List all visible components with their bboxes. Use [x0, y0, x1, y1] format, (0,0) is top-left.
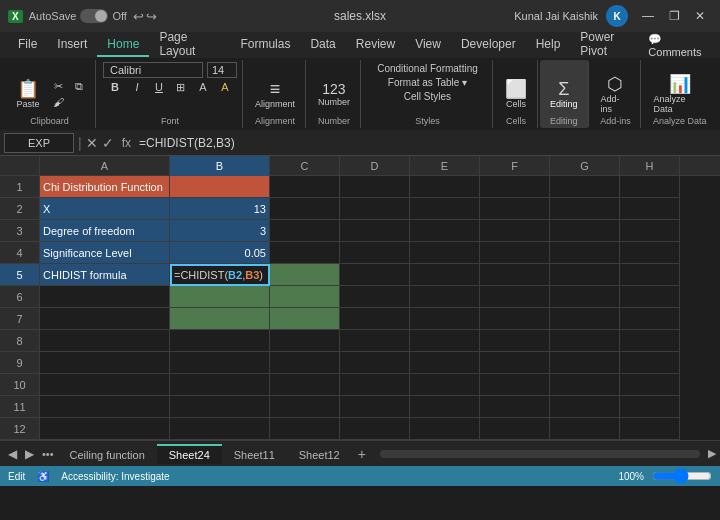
tab-prev-button[interactable]: ◀ [4, 447, 21, 461]
cell-a6[interactable] [40, 286, 170, 308]
cell-g4[interactable] [550, 242, 620, 264]
row-num-9[interactable]: 9 [0, 352, 39, 374]
cell-f10[interactable] [480, 374, 550, 396]
border-button[interactable]: ⊞ [171, 80, 191, 95]
tab-home[interactable]: Home [97, 33, 149, 57]
cell-h7[interactable] [620, 308, 680, 330]
copy-button[interactable]: ⧉ [69, 79, 89, 94]
cell-g10[interactable] [550, 374, 620, 396]
tab-developer[interactable]: Developer [451, 33, 526, 57]
cell-b6[interactable] [170, 286, 270, 308]
row-num-11[interactable]: 11 [0, 396, 39, 418]
cells-button[interactable]: ⬜ Cells [501, 78, 531, 111]
cell-d8[interactable] [340, 330, 410, 352]
cell-h6[interactable] [620, 286, 680, 308]
cell-f8[interactable] [480, 330, 550, 352]
cell-b5[interactable]: =CHIDIST(B2,B3) [170, 264, 270, 286]
alignment-button[interactable]: ≡ Alignment [251, 78, 299, 111]
cell-d6[interactable] [340, 286, 410, 308]
tab-help[interactable]: Help [526, 33, 571, 57]
cell-a12[interactable] [40, 418, 170, 440]
conditional-formatting-button[interactable]: Conditional Formatting [373, 62, 482, 75]
row-num-5[interactable]: 5 [0, 264, 39, 286]
cell-h10[interactable] [620, 374, 680, 396]
cell-e11[interactable] [410, 396, 480, 418]
cell-h9[interactable] [620, 352, 680, 374]
cell-a11[interactable] [40, 396, 170, 418]
cell-styles-button[interactable]: Cell Styles [373, 90, 482, 103]
formula-input[interactable] [139, 136, 716, 150]
cell-h3[interactable] [620, 220, 680, 242]
sheet-tab-sheet12[interactable]: Sheet12 [287, 444, 352, 464]
cell-f7[interactable] [480, 308, 550, 330]
name-box[interactable]: EXP [4, 133, 74, 153]
tab-next-button[interactable]: ▶ [21, 447, 38, 461]
col-header-e[interactable]: E [410, 156, 480, 176]
cell-c10[interactable] [270, 374, 340, 396]
font-size-selector[interactable]: 14 [207, 62, 237, 78]
autosave-toggle[interactable] [80, 9, 108, 23]
cell-a3[interactable]: Degree of freedom [40, 220, 170, 242]
italic-button[interactable]: I [127, 80, 147, 95]
sheet-tab-sheet11[interactable]: Sheet11 [222, 444, 287, 464]
cell-d12[interactable] [340, 418, 410, 440]
tab-data[interactable]: Data [300, 33, 345, 57]
cell-c3[interactable] [270, 220, 340, 242]
tab-page-layout[interactable]: Page Layout [149, 26, 230, 64]
format-as-table-button[interactable]: Format as Table ▾ [373, 76, 482, 89]
cell-d1[interactable] [340, 176, 410, 198]
cut-button[interactable]: ✂ [48, 79, 68, 94]
cell-h8[interactable] [620, 330, 680, 352]
confirm-formula-button[interactable]: ✓ [102, 135, 114, 151]
user-avatar[interactable]: K [606, 5, 628, 27]
horizontal-scrollbar[interactable] [380, 450, 700, 458]
cell-b9[interactable] [170, 352, 270, 374]
minimize-button[interactable]: — [636, 7, 660, 25]
cancel-formula-button[interactable]: ✕ [86, 135, 98, 151]
cell-b8[interactable] [170, 330, 270, 352]
cell-b4[interactable]: 0.05 [170, 242, 270, 264]
row-num-10[interactable]: 10 [0, 374, 39, 396]
cell-e6[interactable] [410, 286, 480, 308]
cell-d3[interactable] [340, 220, 410, 242]
cell-d5[interactable] [340, 264, 410, 286]
cell-g11[interactable] [550, 396, 620, 418]
col-header-a[interactable]: A [40, 156, 170, 176]
col-header-g[interactable]: G [550, 156, 620, 176]
cell-g9[interactable] [550, 352, 620, 374]
col-header-c[interactable]: C [270, 156, 340, 176]
cell-c11[interactable] [270, 396, 340, 418]
row-num-3[interactable]: 3 [0, 220, 39, 242]
cell-h12[interactable] [620, 418, 680, 440]
cell-f3[interactable] [480, 220, 550, 242]
cell-c6[interactable] [270, 286, 340, 308]
cell-a7[interactable] [40, 308, 170, 330]
cell-g3[interactable] [550, 220, 620, 242]
bold-button[interactable]: B [105, 80, 125, 95]
cell-g8[interactable] [550, 330, 620, 352]
tab-file[interactable]: File [8, 33, 47, 57]
cell-g6[interactable] [550, 286, 620, 308]
cell-h11[interactable] [620, 396, 680, 418]
cell-c7[interactable] [270, 308, 340, 330]
col-header-d[interactable]: D [340, 156, 410, 176]
row-num-2[interactable]: 2 [0, 198, 39, 220]
cell-c8[interactable] [270, 330, 340, 352]
add-sheet-button[interactable]: + [352, 446, 372, 462]
cell-a9[interactable] [40, 352, 170, 374]
cell-e5[interactable] [410, 264, 480, 286]
cell-c9[interactable] [270, 352, 340, 374]
cell-d9[interactable] [340, 352, 410, 374]
zoom-slider[interactable] [652, 468, 712, 484]
cell-e9[interactable] [410, 352, 480, 374]
cell-f6[interactable] [480, 286, 550, 308]
cell-f4[interactable] [480, 242, 550, 264]
tab-power-pivot[interactable]: Power Pivot [570, 26, 648, 64]
tab-formulas[interactable]: Formulas [230, 33, 300, 57]
cell-g5[interactable] [550, 264, 620, 286]
col-header-f[interactable]: F [480, 156, 550, 176]
sheet-tab-ceiling[interactable]: Ceiling function [58, 444, 157, 464]
cell-a4[interactable]: Significance Level [40, 242, 170, 264]
cell-b3[interactable]: 3 [170, 220, 270, 242]
cell-e12[interactable] [410, 418, 480, 440]
